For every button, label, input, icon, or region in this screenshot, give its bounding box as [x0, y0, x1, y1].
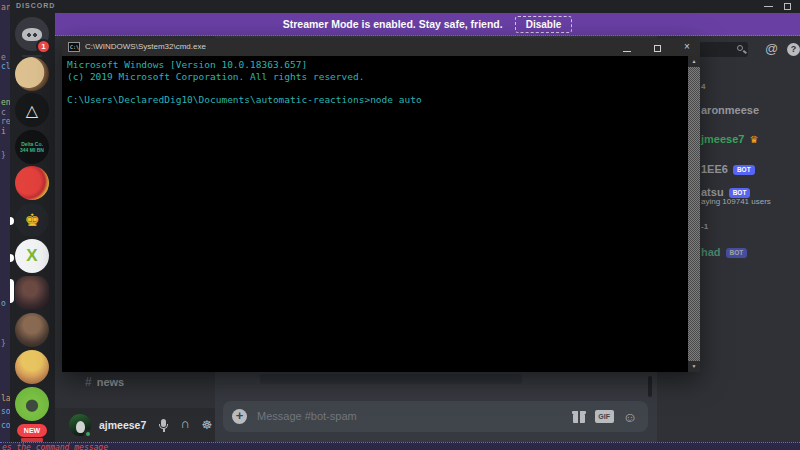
cmd-output: Microsoft Windows [Version 10.0.18363.65… — [62, 56, 688, 372]
unread-indicator — [10, 217, 14, 225]
member-name: 1EE6 — [701, 163, 728, 175]
maximize-glyph — [654, 45, 661, 52]
scroll-down-arrow[interactable]: ▼ — [688, 361, 700, 372]
editor-text-fragment: } — [1, 339, 6, 348]
king-glyph: ♚ — [24, 210, 39, 231]
editor-error-text: es the command message — [2, 443, 108, 450]
server-icon-portrait-woman[interactable] — [15, 276, 49, 310]
hash-icon: # — [85, 375, 92, 389]
streamer-mode-banner: Streamer Mode is enabled. Stay safe, fri… — [55, 13, 800, 36]
cmd-line: C:\Users\DeclaredDig10\Documents\automat… — [67, 94, 688, 106]
server-icon-new-badge[interactable]: NEW — [17, 424, 47, 437]
member-row[interactable]: jmeese7♛ — [701, 129, 758, 147]
user-panel: ajmeese7 ∩ ☸ — [55, 408, 215, 442]
background-code-editor: areclencrei}o}lasoco — [0, 0, 10, 450]
server-icon-blonde-cartoon[interactable] — [15, 350, 49, 384]
chat-divider-bar — [260, 374, 522, 384]
cmd-window-title: C:\WINDOWS\System32\cmd.exe — [85, 42, 206, 51]
settings-gear-icon[interactable]: ☸ — [199, 417, 215, 433]
message-placeholder: Message #bot-spam — [257, 410, 357, 422]
discord-wordmark: DISCORD — [16, 2, 55, 9]
channel-item-news[interactable]: # news — [55, 372, 215, 392]
member-group-header: -1 — [701, 222, 708, 231]
cmd-window[interactable]: C:\ C:\WINDOWS\System32\cmd.exe × Micros… — [62, 38, 700, 372]
bot-badge: BOT — [733, 165, 755, 175]
cmd-minimize-button[interactable] — [613, 38, 641, 56]
headphones-icon[interactable]: ∩ — [177, 417, 193, 433]
disable-streamer-mode-button[interactable]: Disable — [515, 16, 573, 33]
editor-text-fragment: o — [1, 299, 6, 308]
cmd-maximize-button[interactable] — [643, 38, 671, 56]
server-owner-crown-icon: ♛ — [749, 134, 758, 145]
member-name: aronmeese — [701, 104, 759, 116]
server-icon-red-abstract[interactable] — [15, 166, 49, 200]
server-icon-cookie-art[interactable] — [15, 57, 49, 91]
member-row[interactable]: 1EE6BOT — [701, 159, 755, 177]
bot-badge: BOT — [729, 188, 751, 198]
search-icon — [737, 45, 743, 51]
chat-scrollbar[interactable] — [648, 376, 652, 397]
x-glyph: X — [26, 246, 37, 266]
member-row[interactable]: hadBOT — [701, 242, 747, 260]
help-icon[interactable]: ? — [787, 43, 800, 56]
server-sidebar: 1 △ Delta Co. 344 MI BN ♚ X NEW — [10, 13, 55, 442]
gift-ribbon — [578, 411, 580, 423]
input-action-icons: GIF ☺ — [572, 401, 637, 432]
member-group-header: 4 — [701, 82, 705, 91]
background-editor-bottom-strip: es the command message — [0, 442, 800, 450]
server-icon-portrait-sunglasses[interactable] — [15, 313, 49, 347]
username-label: ajmeese7 — [99, 419, 146, 431]
unread-indicator — [10, 254, 14, 262]
minimize-glyph — [623, 51, 631, 52]
online-status-dot — [84, 430, 92, 438]
editor-text-fragment: c — [1, 108, 6, 117]
editor-text-fragment: e — [1, 53, 6, 62]
discord-mascot-icon — [22, 28, 42, 41]
discord-titlebar: DISCORD — [10, 0, 800, 13]
mic-stem — [163, 429, 165, 432]
triangle-glyph: △ — [26, 101, 38, 120]
mentions-at-icon[interactable]: @ — [765, 41, 778, 56]
gift-icon[interactable] — [572, 410, 586, 423]
bot-badge: BOT — [726, 248, 748, 258]
member-row[interactable]: aronmeese — [701, 100, 759, 118]
server-icon-triangle-logo[interactable]: △ — [15, 93, 49, 127]
editor-text-fragment: i — [1, 127, 6, 136]
gif-picker-icon[interactable]: GIF — [595, 410, 614, 423]
cmd-scrollbar[interactable]: ▲ ▼ — [688, 56, 700, 372]
member-name: jmeese7 — [701, 133, 744, 145]
message-input-bar[interactable]: + Message #bot-spam GIF ☺ — [223, 401, 648, 432]
active-server-indicator — [10, 279, 14, 303]
scroll-up-arrow[interactable]: ▲ — [688, 56, 700, 67]
cmd-close-button[interactable]: × — [673, 38, 701, 56]
emoji-picker-icon[interactable]: ☺ — [623, 410, 637, 424]
cmd-line: Microsoft Windows [Version 10.0.18363.65… — [67, 59, 688, 71]
channel-name: news — [97, 376, 125, 388]
streamer-mode-text: Streamer Mode is enabled. Stay safe, fri… — [283, 18, 503, 30]
member-name: had — [701, 246, 721, 258]
microphone-icon[interactable] — [155, 417, 171, 433]
editor-text-fragment: } — [1, 151, 6, 160]
cmd-line — [67, 82, 688, 94]
server-icon-delta-co[interactable]: Delta Co. 344 MI BN — [15, 130, 49, 164]
window-minimize-button[interactable] — [764, 6, 773, 7]
member-activity: aying 109741 users — [701, 197, 771, 206]
cmd-line: (c) 2019 Microsoft Corporation. All righ… — [67, 71, 688, 83]
attach-plus-icon[interactable]: + — [232, 409, 247, 424]
dm-notification-badge: 1 — [36, 39, 51, 54]
server-icon-king-emoji[interactable]: ♚ — [15, 203, 49, 237]
window-maximize-button[interactable] — [784, 3, 791, 10]
delta-line2: 344 MI BN — [20, 147, 44, 153]
cmd-titlebar[interactable]: C:\ C:\WINDOWS\System32\cmd.exe × — [62, 38, 700, 56]
server-icon-green-robot[interactable] — [15, 387, 49, 421]
cmd-prompt-icon: C:\ — [68, 42, 80, 52]
server-icon-green-x[interactable]: X — [15, 239, 49, 273]
